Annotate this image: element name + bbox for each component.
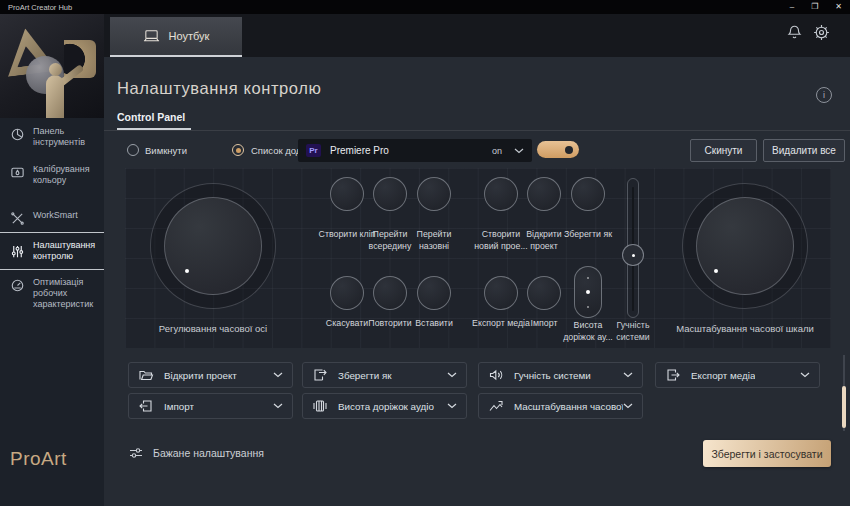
assignment-label: Імпорт xyxy=(164,401,194,412)
sidebar-item-control-settings[interactable]: Налаштування контролю xyxy=(0,232,104,270)
assignment-label: Зберегти як xyxy=(338,370,392,381)
minimize-button[interactable]: – xyxy=(790,0,794,14)
button-paste[interactable] xyxy=(417,276,451,310)
folder-open-icon xyxy=(138,367,154,383)
maximize-button[interactable]: ❐ xyxy=(811,0,818,14)
control-settings-icon xyxy=(10,243,25,259)
tab-control-panel[interactable]: Control Panel xyxy=(117,111,185,123)
chevron-down-icon xyxy=(623,372,633,378)
timeline-zoom-icon xyxy=(488,398,504,414)
export-icon xyxy=(665,367,681,383)
brand-artwork xyxy=(0,14,104,118)
preferred-settings-label: Бажане налаштування xyxy=(153,447,264,459)
assignment-label: Відкрити проект xyxy=(164,370,237,381)
tab-laptop-label: Ноутбук xyxy=(169,30,210,42)
preferred-settings-link[interactable]: Бажане налаштування xyxy=(128,443,264,463)
tab-laptop[interactable]: Ноутбук xyxy=(110,17,242,57)
proart-creator-hub-window: ProArt Creator Hub – ❐ ✕ Панель інструме… xyxy=(0,0,850,506)
button-step-into[interactable] xyxy=(373,177,407,211)
button-create-clip[interactable] xyxy=(330,177,364,211)
sidebar: Панель інструментів Калібрування кольору… xyxy=(0,14,104,506)
button-open-project[interactable] xyxy=(527,177,561,211)
page-title: Налаштування контролю xyxy=(117,79,321,98)
sidebar-item-label: Калібрування кольору xyxy=(33,164,98,186)
sidebar-item-color-calibration[interactable]: Калібрування кольору xyxy=(0,164,104,186)
track-height-icon xyxy=(312,398,328,414)
reset-button[interactable]: Скинути xyxy=(690,139,757,162)
assignment-label: Масштабування часової шкали xyxy=(514,401,623,412)
radio-disable[interactable] xyxy=(127,144,139,156)
button-export-media[interactable] xyxy=(484,276,518,310)
assignment-label: Гучність системи xyxy=(514,370,591,381)
chevron-down-icon xyxy=(447,403,457,409)
premiere-pro-icon: Pr xyxy=(306,144,321,157)
button-save-as[interactable] xyxy=(571,177,605,211)
volume-slider-label: Гучність системи xyxy=(603,320,663,343)
radio-app-list[interactable] xyxy=(232,144,244,156)
figure-shape xyxy=(46,75,64,118)
right-dial-indicator xyxy=(714,269,718,273)
chevron-down-icon xyxy=(502,148,524,154)
color-calibration-icon xyxy=(10,164,25,180)
button-undo[interactable] xyxy=(330,276,364,310)
button-step-out[interactable] xyxy=(417,177,451,211)
app-state-label: on xyxy=(492,146,502,156)
assignment-dropdown-import[interactable]: Імпорт xyxy=(128,393,293,419)
laptop-icon xyxy=(143,29,160,43)
sidebar-item-label: Налаштування контролю xyxy=(33,240,98,262)
divider xyxy=(104,130,850,131)
chevron-down-icon xyxy=(623,403,633,409)
chevron-down-icon xyxy=(447,372,457,378)
assignment-dropdown-track-height[interactable]: Висота доріжок аудіо xyxy=(302,393,467,419)
content-area: Налаштування контролю i Control Panel Ви… xyxy=(104,57,850,506)
close-button[interactable]: ✕ xyxy=(835,0,842,14)
save-as-icon xyxy=(312,367,328,383)
button-new-project[interactable] xyxy=(484,177,518,211)
delete-all-button[interactable]: Видалити все xyxy=(763,139,845,162)
titlebar: ProArt Creator Hub – ❐ ✕ xyxy=(0,0,850,14)
window-controls: – ❐ ✕ xyxy=(790,0,842,14)
proart-logo: ProArt xyxy=(10,448,67,470)
assignment-dropdown-open-project[interactable]: Відкрити проект xyxy=(128,362,293,388)
performance-icon xyxy=(10,277,25,293)
sidebar-item-label: WorkSmart xyxy=(33,210,78,221)
volume-slider-knob[interactable] xyxy=(622,244,644,266)
dashboard-icon xyxy=(10,126,25,142)
track-height-slider[interactable] xyxy=(574,266,602,318)
assignment-dropdown-save-as[interactable]: Зберегти як xyxy=(302,362,467,388)
scrollbar-thumb[interactable] xyxy=(842,386,846,428)
left-dial-knob[interactable] xyxy=(164,197,262,295)
import-icon xyxy=(138,398,154,414)
left-dial-indicator xyxy=(185,269,189,273)
assignment-label: Експорт медіа xyxy=(691,370,755,381)
assignment-dropdown-timeline-zoom[interactable]: Масштабування часової шкали xyxy=(478,393,643,419)
right-dial-knob[interactable] xyxy=(696,197,794,295)
app-enable-toggle[interactable] xyxy=(537,141,579,158)
sidebar-item-dashboard[interactable]: Панель інструментів xyxy=(0,126,104,148)
chevron-down-icon xyxy=(273,403,283,409)
preferences-sliders-icon xyxy=(128,445,144,461)
button-import[interactable] xyxy=(527,276,561,310)
notifications-bell-icon[interactable] xyxy=(786,24,803,41)
info-icon[interactable]: i xyxy=(816,87,832,103)
sidebar-item-label: Панель інструментів xyxy=(33,126,98,148)
assignment-label: Висота доріжок аудіо xyxy=(338,401,434,412)
sidebar-item-worksmart[interactable]: WorkSmart xyxy=(0,210,104,226)
top-tab-bar: Ноутбук xyxy=(104,14,850,57)
radio-disable-label[interactable]: Вимкнути xyxy=(145,145,187,156)
right-dial-label: Масштабування часової шкали xyxy=(660,323,830,334)
worksmart-icon xyxy=(10,210,25,226)
window-title: ProArt Creator Hub xyxy=(8,3,72,12)
sidebar-item-performance[interactable]: Оптимізація робочих характеристик xyxy=(0,277,104,310)
app-select-value: Premiere Pro xyxy=(330,145,389,156)
settings-gear-icon[interactable] xyxy=(812,23,831,42)
assignment-dropdown-system-volume[interactable]: Гучність системи xyxy=(478,362,643,388)
button-redo[interactable] xyxy=(373,276,407,310)
assignment-dropdown-export-media[interactable]: Експорт медіа xyxy=(655,362,820,388)
left-dial-label: Регулювання часової осі xyxy=(133,323,293,334)
app-select-dropdown[interactable]: Pr Premiere Pro on xyxy=(298,139,532,162)
save-and-apply-button[interactable]: Зберегти і застосувати xyxy=(703,440,831,467)
volume-icon xyxy=(488,367,504,383)
chevron-down-icon xyxy=(273,372,283,378)
dial-mapping-panel: Регулювання часової осі Створити кліп Пе… xyxy=(125,168,831,348)
